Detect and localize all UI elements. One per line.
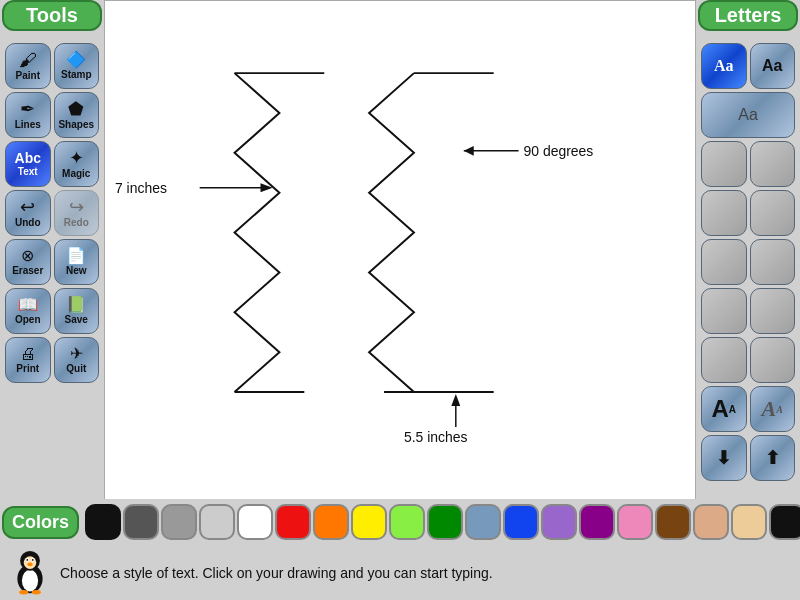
letter-empty-6: - bbox=[750, 239, 796, 285]
color-orange[interactable] bbox=[313, 504, 349, 540]
color-white[interactable] bbox=[237, 504, 273, 540]
letter-empty-4: - bbox=[750, 190, 796, 236]
color-steel-blue[interactable] bbox=[465, 504, 501, 540]
undo-button[interactable]: ↩ Undo bbox=[5, 190, 51, 236]
paint-button[interactable]: 🖌 Paint bbox=[5, 43, 51, 89]
color-yellow[interactable] bbox=[351, 504, 387, 540]
stamp-button[interactable]: 🔷 Stamp bbox=[54, 43, 100, 89]
print-button[interactable]: 🖨 Print bbox=[5, 337, 51, 383]
drawing-svg: 7 inches 90 degrees 5.5 inches bbox=[105, 1, 695, 514]
svg-point-14 bbox=[22, 570, 38, 592]
letter-empty-5: - bbox=[701, 239, 747, 285]
quit-icon: ✈ bbox=[70, 346, 83, 362]
color-red[interactable] bbox=[275, 504, 311, 540]
color-brown[interactable] bbox=[655, 504, 691, 540]
shapes-icon: ⬟ bbox=[68, 100, 84, 118]
open-button[interactable]: 📖 Open bbox=[5, 288, 51, 334]
stamp-icon: 🔷 bbox=[66, 52, 86, 68]
eraser-button[interactable]: ⊗ Eraser bbox=[5, 239, 51, 285]
color-light-green[interactable] bbox=[389, 504, 425, 540]
new-button[interactable]: 📄 New bbox=[54, 239, 100, 285]
grow-text-button[interactable]: ⬆ bbox=[750, 435, 796, 481]
print-icon: 🖨 bbox=[20, 346, 36, 362]
text-icon: Abc bbox=[15, 151, 41, 165]
color-blue[interactable] bbox=[503, 504, 539, 540]
letters-row-3: - - bbox=[701, 141, 795, 187]
letter-empty-7: - bbox=[701, 288, 747, 334]
color-gray[interactable] bbox=[161, 504, 197, 540]
undo-icon: ↩ bbox=[20, 198, 35, 216]
color-dark-gray[interactable] bbox=[123, 504, 159, 540]
color-black2[interactable] bbox=[769, 504, 800, 540]
colors-label: Colors bbox=[2, 506, 79, 539]
letters-row-8: AA AA bbox=[701, 386, 795, 432]
color-light-purple[interactable] bbox=[541, 504, 577, 540]
aa-serif-bold-button[interactable]: Aa bbox=[701, 43, 747, 89]
new-icon: 📄 bbox=[66, 248, 86, 264]
color-black[interactable] bbox=[85, 504, 121, 540]
letters-row-2: Aa bbox=[701, 92, 795, 138]
redo-button[interactable]: ↪ Redo bbox=[54, 190, 100, 236]
svg-text:90 degrees: 90 degrees bbox=[524, 143, 594, 159]
save-icon: 📗 bbox=[66, 297, 86, 313]
letters-row-1: Aa Aa bbox=[701, 43, 795, 89]
magic-button[interactable]: ✦ Magic bbox=[54, 141, 100, 187]
status-text: Choose a style of text. Click on your dr… bbox=[60, 565, 493, 581]
color-pink[interactable] bbox=[617, 504, 653, 540]
svg-point-22 bbox=[19, 590, 28, 595]
svg-text:7 inches: 7 inches bbox=[115, 180, 167, 196]
save-button[interactable]: 📗 Save bbox=[54, 288, 100, 334]
tools-header: Tools bbox=[2, 0, 102, 31]
status-bar: Choose a style of text. Click on your dr… bbox=[0, 545, 800, 600]
letters-row-7: - - bbox=[701, 337, 795, 383]
svg-point-21 bbox=[27, 563, 32, 567]
color-dark-green[interactable] bbox=[427, 504, 463, 540]
svg-point-19 bbox=[26, 559, 28, 561]
paint-icon: 🖌 bbox=[19, 51, 37, 69]
redo-icon: ↪ bbox=[69, 198, 84, 216]
color-light-gray[interactable] bbox=[199, 504, 235, 540]
large-a-button[interactable]: AA bbox=[701, 386, 747, 432]
svg-marker-9 bbox=[464, 146, 474, 156]
right-panel: Aa Aa Aa - - - - - - - - - - AA AA ⬇ ⬆ bbox=[698, 40, 798, 484]
quit-button[interactable]: ✈ Quit bbox=[54, 337, 100, 383]
svg-text:5.5 inches: 5.5 inches bbox=[404, 429, 468, 445]
letters-header: Letters bbox=[698, 0, 798, 31]
letter-empty-9: - bbox=[701, 337, 747, 383]
lines-icon: ✒ bbox=[20, 100, 35, 118]
letter-empty-1: - bbox=[701, 141, 747, 187]
letters-row-4: - - bbox=[701, 190, 795, 236]
letter-empty-2: - bbox=[750, 141, 796, 187]
letter-empty-3: - bbox=[701, 190, 747, 236]
letters-row-9: ⬇ ⬆ bbox=[701, 435, 795, 481]
tux-logo bbox=[10, 550, 50, 595]
italic-a-button[interactable]: AA bbox=[750, 386, 796, 432]
shrink-text-button[interactable]: ⬇ bbox=[701, 435, 747, 481]
letters-row-5: - - bbox=[701, 239, 795, 285]
magic-icon: ✦ bbox=[69, 149, 84, 167]
drawing-canvas[interactable]: 7 inches 90 degrees 5.5 inches bbox=[104, 0, 696, 515]
svg-point-20 bbox=[32, 559, 34, 561]
letter-empty-8: - bbox=[750, 288, 796, 334]
letter-empty-10: - bbox=[750, 337, 796, 383]
color-light-skin[interactable] bbox=[731, 504, 767, 540]
left-toolbar: 🖌 Paint 🔷 Stamp ✒ Lines ⬟ Shapes Abc Tex… bbox=[2, 40, 102, 386]
letters-row-6: - - bbox=[701, 288, 795, 334]
color-skin[interactable] bbox=[693, 504, 729, 540]
aa-sans-button[interactable]: Aa bbox=[750, 43, 796, 89]
text-button[interactable]: Abc Text bbox=[5, 141, 51, 187]
colors-bar: Colors bbox=[0, 499, 800, 545]
lines-button[interactable]: ✒ Lines bbox=[5, 92, 51, 138]
open-icon: 📖 bbox=[18, 297, 38, 313]
svg-point-23 bbox=[32, 590, 41, 595]
svg-point-16 bbox=[24, 556, 37, 569]
eraser-icon: ⊗ bbox=[21, 248, 34, 264]
shapes-button[interactable]: ⬟ Shapes bbox=[54, 92, 100, 138]
aa-light-button[interactable]: Aa bbox=[701, 92, 795, 138]
color-purple[interactable] bbox=[579, 504, 615, 540]
